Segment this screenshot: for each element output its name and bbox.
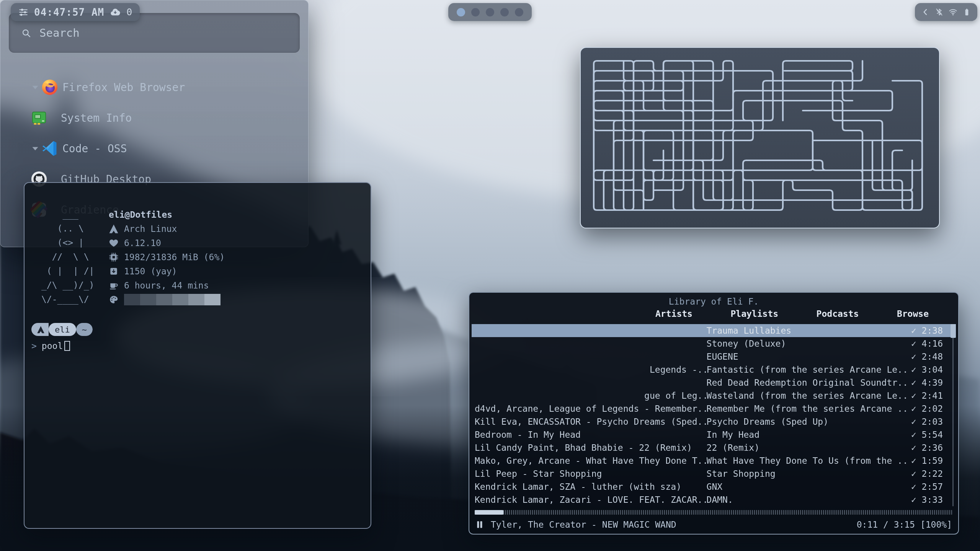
track-title: What Have They Done To Us (from the .. <box>707 456 911 466</box>
launcher-item-label: Firefox Web Browser <box>62 81 185 94</box>
track-row[interactable]: Lil Peep - Star ShoppingStar Shopping✓ 2… <box>472 467 956 480</box>
palette-swatch <box>140 294 156 305</box>
tab-podcasts[interactable]: Podcasts <box>817 309 859 319</box>
ascii-art-tux: ___ (.. \ (<> | // \ \ ( | | /| _/\ __)/… <box>41 207 96 306</box>
command-line[interactable]: > pool <box>31 341 93 351</box>
track-title: Wasteland (from the series Arcane Le.. <box>707 391 911 401</box>
scrollbar-track[interactable] <box>952 324 954 506</box>
track-row[interactable]: d4vd, Arcane, League of Legends - Rememb… <box>472 402 956 415</box>
terminal-color-palette <box>124 294 220 305</box>
track-row[interactable]: Lil Candy Paint, Bhad Bhabie - 22 (Remix… <box>472 441 956 454</box>
palette-swatch <box>204 294 220 305</box>
now-playing-track: Tyler, The Creator - NEW MAGIC WAND <box>491 520 676 530</box>
track-artist: Kendrick Lamar, Zacari - LOVE. FEAT. ZAC… <box>475 495 707 505</box>
track-row[interactable]: EUGENE✓ 2:48 <box>472 350 956 363</box>
workspace-dot-5[interactable] <box>515 8 523 16</box>
arch-icon <box>37 326 45 334</box>
track-row[interactable]: Legends -..Fantastic (from the series Ar… <box>472 363 956 376</box>
statusbar-clock-pill[interactable]: 04:47:57 AM 0 <box>11 3 140 21</box>
desktop: { "colors": { "accent_blue": "#8fabce", … <box>0 0 980 551</box>
typed-command: pool <box>42 341 63 351</box>
track-row[interactable]: Red Dead Redemption Original Soundtr..✓ … <box>472 376 956 389</box>
track-row[interactable]: Kill Eva, ENCASSATOR - Psycho Dreams (Sp… <box>472 415 956 428</box>
track-duration: ✓ 2:36 <box>911 443 943 453</box>
tab-browse[interactable]: Browse <box>897 309 929 319</box>
workspace-dot-4[interactable] <box>500 8 509 16</box>
track-artist: gue of Leg.. <box>475 391 707 401</box>
chevron-left-icon[interactable] <box>921 8 930 16</box>
fastfetch-entry: Arch Linux <box>109 222 225 236</box>
cloud-download-icon <box>110 7 121 18</box>
prompt-pill: eli ~ <box>31 323 93 336</box>
track-duration: ✓ 2:57 <box>911 482 943 492</box>
track-row[interactable]: Kendrick Lamar, Zacari - LOVE. FEAT. ZAC… <box>472 493 956 506</box>
now-playing-bar: Tyler, The Creator - NEW MAGIC WAND 0:11… <box>475 517 952 532</box>
track-duration: ✓ 2:02 <box>911 404 943 414</box>
now-playing-time: 0:11 / 3:15 [100%] <box>857 520 952 530</box>
music-player-window[interactable]: Library of Eli F. ArtistsPlaylistsPodcas… <box>469 292 959 535</box>
workspace-dot-1[interactable] <box>457 8 465 16</box>
prompt-symbol: > <box>31 341 37 351</box>
palette-icon <box>109 295 119 305</box>
palette-swatch <box>124 294 140 305</box>
tab-artists[interactable]: Artists <box>655 309 693 319</box>
bluetooth-off-icon[interactable] <box>935 8 944 16</box>
launcher-item-code-oss[interactable]: Code - OSS <box>0 133 308 164</box>
chevron-down-icon <box>30 82 40 92</box>
track-duration: ✓ 5:54 <box>911 430 943 440</box>
track-row[interactable]: Bedroom - In My HeadIn My Head✓ 5:54 <box>472 428 956 441</box>
search-input[interactable] <box>39 26 300 39</box>
fastfetch-entry: 6 hours, 44 mins <box>109 278 225 292</box>
fastfetch-title: eli@Dotfiles <box>109 210 172 220</box>
playback-progress-bar[interactable] <box>475 510 953 515</box>
updates-count: 0 <box>126 7 132 18</box>
kernel-icon <box>109 238 119 248</box>
track-title: GNX <box>707 482 911 492</box>
code-oss-icon <box>41 140 59 157</box>
search-icon <box>21 28 31 38</box>
fastfetch-value: Arch Linux <box>124 224 177 234</box>
track-list: Trauma Lullabies✓ 2:38Stoney (Deluxe)✓ 4… <box>472 324 956 506</box>
tab-playlists[interactable]: Playlists <box>730 309 778 319</box>
track-duration: ✓ 2:03 <box>911 417 943 427</box>
track-title: EUGENE <box>707 352 911 362</box>
track-row[interactable]: Stoney (Deluxe)✓ 4:16 <box>472 337 956 350</box>
track-row[interactable]: Kendrick Lamar, SZA - luther (with sza)G… <box>472 480 956 493</box>
firefox-icon <box>41 78 59 96</box>
packages-icon <box>109 266 119 276</box>
uptime-icon <box>109 280 119 290</box>
launcher-item-system-info[interactable]: System Info <box>0 103 308 133</box>
system-tray <box>915 3 977 21</box>
track-artist: Lil Peep - Star Shopping <box>475 469 707 479</box>
track-row[interactable]: Trauma Lullabies✓ 2:38 <box>472 324 956 337</box>
scrollbar-thumb[interactable] <box>951 324 956 338</box>
library-title: Library of Eli F. <box>469 297 958 306</box>
wifi-icon[interactable] <box>949 8 957 16</box>
battery-icon[interactable] <box>962 8 971 16</box>
pipes-screensaver-window[interactable] <box>580 47 940 228</box>
prompt-cwd: ~ <box>76 323 93 336</box>
terminal-window[interactable]: ___ (.. \ (<> | // \ \ ( | | /| _/\ __)/… <box>24 182 371 529</box>
track-title: Fantastic (from the series Arcane Le.. <box>707 365 911 375</box>
track-title: Red Dead Redemption Original Soundtr.. <box>707 378 911 388</box>
track-artist: d4vd, Arcane, League of Legends - Rememb… <box>475 404 707 414</box>
track-artist: Kendrick Lamar, SZA - luther (with sza) <box>475 482 707 492</box>
track-row[interactable]: Mako, Grey, Arcane - What Have They Done… <box>472 454 956 467</box>
track-artist: Kill Eva, ENCASSATOR - Psycho Dreams (Sp… <box>475 417 707 427</box>
prompt-user: eli <box>49 323 76 336</box>
pause-icon[interactable] <box>475 520 485 530</box>
workspace-dot-3[interactable] <box>486 8 494 16</box>
track-row[interactable]: gue of Leg..Wasteland (from the series A… <box>472 389 956 402</box>
fastfetch-entry: 6.12.10 <box>109 236 225 250</box>
launcher-item-firefox-web-browser[interactable]: Firefox Web Browser <box>0 72 308 103</box>
track-duration: ✓ 3:33 <box>911 495 943 505</box>
track-artist: Legends -.. <box>475 365 707 375</box>
fastfetch-value: 1982/31836 MiB (6%) <box>124 252 225 262</box>
workspace-dot-2[interactable] <box>471 8 480 16</box>
fastfetch-value: 6 hours, 44 mins <box>124 280 209 290</box>
launcher-item-label: System Info <box>61 112 132 124</box>
track-duration: ✓ 4:39 <box>911 378 943 388</box>
track-duration: ✓ 2:38 <box>911 326 943 336</box>
fastfetch-value: 6.12.10 <box>124 238 161 248</box>
track-title: Star Shopping <box>707 469 911 479</box>
